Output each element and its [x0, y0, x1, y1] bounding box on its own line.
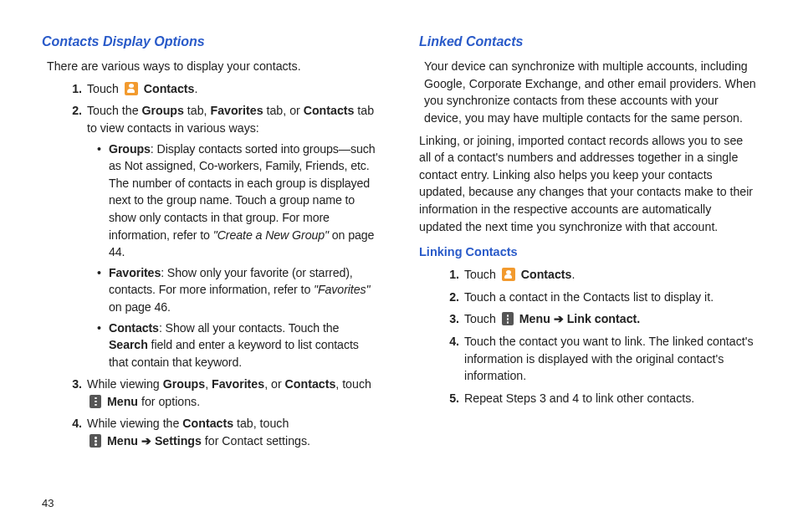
step-text: Touch a contact in the Contacts list to …: [464, 290, 714, 304]
step-number: 1.: [64, 80, 82, 98]
bullet-favorites: Favorites: Show only your favorite (or s…: [99, 264, 379, 316]
step-5: 5. Repeat Steps 3 and 4 to link other co…: [441, 390, 756, 407]
step-number: 3.: [64, 376, 82, 393]
bullet-groups: Groups: Display contacts sorted into gro…: [99, 141, 379, 261]
step-text: Touch the Groups tab, Favorites tab, or …: [87, 104, 374, 135]
step-text: Touch Contacts.: [87, 82, 197, 95]
section-heading-linked-contacts: Linked Contacts: [419, 32, 756, 51]
step-number: 4.: [64, 415, 82, 432]
step-2: 2. Touch the Groups tab, Favorites tab, …: [64, 102, 379, 371]
linked-intro-1: Your device can synchronize with multipl…: [424, 58, 756, 126]
step-text: Touch the contact you want to link. The …: [464, 335, 754, 382]
subheading-linking-contacts: Linking Contacts: [419, 243, 756, 261]
right-column: Linked Contacts Your device can synchron…: [419, 32, 756, 455]
linked-intro-2: Linking, or joining, imported contact re…: [419, 132, 756, 236]
step-number: 2.: [441, 289, 459, 306]
step-1: 1. Touch Contacts.: [64, 80, 379, 98]
step-text: Touch Menu ➔ Link contact.: [464, 312, 640, 325]
step-4: 4. Touch the contact you want to link. T…: [441, 333, 756, 385]
display-options-steps: 1. Touch Contacts. 2. Touch the Groups t…: [42, 80, 379, 450]
step-number: 4.: [441, 333, 459, 350]
linking-contacts-steps: 1. Touch Contacts. 2. Touch a contact in…: [419, 266, 756, 407]
step-number: 2.: [64, 102, 82, 120]
section-heading-display-options: Contacts Display Options: [42, 32, 379, 51]
left-column: Contacts Display Options There are vario…: [42, 32, 379, 455]
step-number: 1.: [441, 266, 459, 284]
step-3: 3. While viewing Groups, Favorites, or C…: [64, 376, 379, 410]
step-2: 2. Touch a contact in the Contacts list …: [441, 289, 756, 306]
step-text: Touch Contacts.: [464, 268, 575, 281]
step-1: 1. Touch Contacts.: [441, 266, 756, 284]
step-text: While viewing the Contacts tab, touch Me…: [87, 417, 310, 448]
step-number: 5.: [441, 390, 459, 407]
step-4: 4. While viewing the Contacts tab, touch…: [64, 415, 379, 449]
step-text: While viewing Groups, Favorites, or Cont…: [87, 377, 371, 408]
page-columns: Contacts Display Options There are vario…: [42, 32, 756, 455]
menu-icon: [502, 312, 514, 325]
display-options-bullets: Groups: Display contacts sorted into gro…: [87, 141, 379, 371]
step-3: 3. Touch Menu ➔ Link contact.: [441, 310, 756, 328]
contacts-icon: [125, 82, 138, 95]
contacts-icon: [502, 268, 515, 281]
step-text: Repeat Steps 3 and 4 to link other conta…: [464, 391, 694, 405]
menu-icon: [90, 395, 101, 408]
page-number: 43: [42, 496, 54, 512]
step-number: 3.: [441, 310, 459, 328]
intro-text: There are various ways to display your c…: [47, 58, 379, 75]
bullet-contacts: Contacts: Show all your contacts. Touch …: [99, 320, 379, 371]
menu-icon: [90, 434, 101, 448]
